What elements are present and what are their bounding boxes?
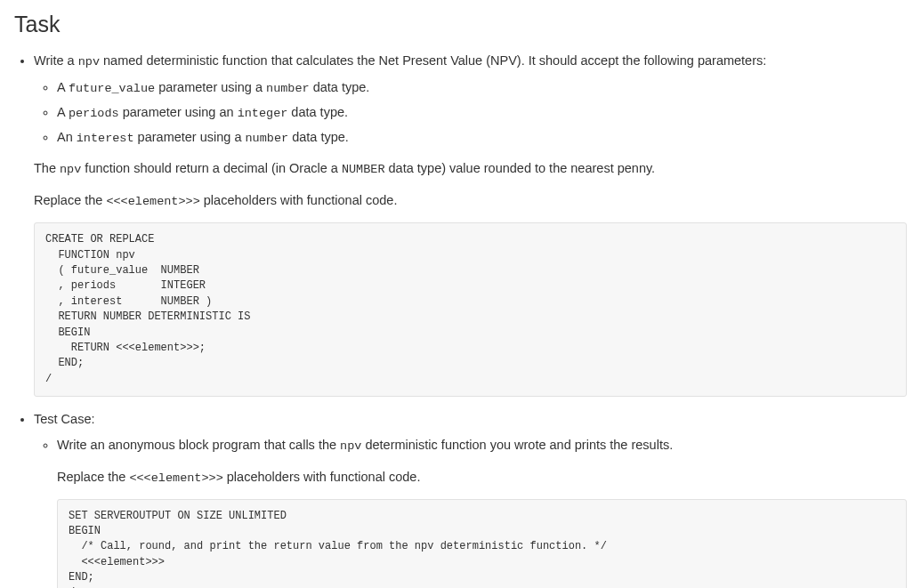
text-segment: Replace the bbox=[34, 193, 106, 207]
code-inline: <<<element>>> bbox=[129, 471, 222, 485]
code-inline: interest bbox=[77, 132, 134, 145]
code-inline-npv: npv bbox=[78, 55, 100, 68]
code-block-function: CREATE OR REPLACE FUNCTION npv ( future_… bbox=[34, 222, 907, 397]
code-inline: future_value bbox=[69, 82, 155, 95]
code-inline: integer bbox=[238, 107, 288, 120]
text-segment: data type) value rounded to the nearest … bbox=[385, 161, 656, 175]
text-segment: placeholders with functional code. bbox=[200, 193, 398, 207]
code-inline: <<<element>>> bbox=[106, 195, 199, 208]
return-description: The npv function should return a decimal… bbox=[34, 158, 907, 180]
text-segment: An bbox=[57, 130, 77, 144]
task-heading: Task bbox=[14, 7, 907, 42]
text-segment: data type. bbox=[288, 130, 349, 144]
code-inline: NUMBER bbox=[342, 163, 385, 176]
text-segment: The bbox=[34, 161, 60, 175]
param-item-interest: An interest parameter using a number dat… bbox=[57, 127, 907, 149]
param-list: A future_value parameter using a number … bbox=[34, 77, 907, 149]
code-inline: npv bbox=[60, 163, 81, 176]
param-item-future-value: A future_value parameter using a number … bbox=[57, 77, 907, 99]
code-inline: npv bbox=[340, 439, 361, 453]
code-block-test: SET SERVEROUTPUT ON SIZE UNLIMITED BEGIN… bbox=[57, 499, 907, 589]
text-segment: named deterministic function that calcul… bbox=[100, 53, 766, 68]
text-segment: data type. bbox=[310, 80, 370, 94]
test-case-subitem: Write an anonymous block program that ca… bbox=[57, 435, 907, 588]
test-case-sublist: Write an anonymous block program that ca… bbox=[34, 435, 907, 588]
text-segment: Write an anonymous block program that ca… bbox=[57, 438, 340, 452]
replace-instruction: Replace the <<<element>>> placeholders w… bbox=[34, 190, 907, 212]
text-segment: parameter using a bbox=[155, 80, 266, 94]
task-item-test-case: Test Case: Write an anonymous block prog… bbox=[34, 409, 907, 588]
text-segment: function should return a decimal (in Ora… bbox=[81, 161, 342, 175]
code-inline: periods bbox=[69, 107, 119, 120]
code-inline: number bbox=[266, 82, 310, 95]
task-item-write-function: Write a npv named deterministic function… bbox=[34, 51, 907, 397]
test-case-label: Test Case: bbox=[34, 412, 95, 426]
text-segment: deterministic function you wrote and pri… bbox=[361, 438, 673, 452]
text-segment: Write a bbox=[34, 53, 78, 68]
task-list: Write a npv named deterministic function… bbox=[14, 51, 907, 588]
param-item-periods: A periods parameter using an integer dat… bbox=[57, 102, 907, 124]
replace-instruction-2: Replace the <<<element>>> placeholders w… bbox=[57, 467, 907, 488]
text-segment: Replace the bbox=[57, 470, 129, 484]
text-segment: data type. bbox=[287, 105, 348, 119]
text-segment: placeholders with functional code. bbox=[223, 470, 421, 484]
text-segment: parameter using an bbox=[119, 105, 238, 119]
text-segment: A bbox=[57, 105, 69, 119]
code-inline: number bbox=[246, 132, 289, 145]
text-segment: parameter using a bbox=[134, 130, 246, 144]
text-segment: A bbox=[57, 80, 69, 94]
